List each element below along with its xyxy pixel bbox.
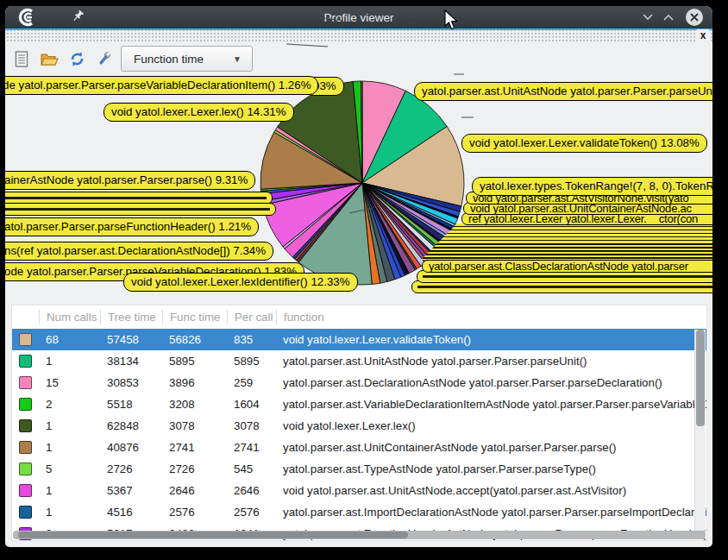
cell-num_calls: 1 [39, 354, 100, 368]
cell-function: yatol.parser.ast.VariableDeclarationItem… [276, 397, 706, 412]
pie-callout-label: yatol.lexer.types.TokenRange!(7, 8, 0).T… [472, 177, 712, 196]
horizontal-scrollbar[interactable] [13, 531, 706, 539]
results-table: Num callsTree timeFunc timePer callfunct… [11, 305, 707, 541]
cell-per_call: 2576 [227, 505, 276, 519]
pie-chart-area: 03%de yatol.parser.Parser.parseVariableD… [5, 75, 712, 305]
cell-per_call: 1604 [227, 397, 276, 412]
cell-function: yatol.parser.ast.DeclarationAstNode yato… [276, 375, 706, 390]
cell-per_call: 259 [227, 375, 276, 390]
cell-per_call: 3078 [227, 418, 276, 433]
cell-tree_time: 4516 [100, 505, 162, 519]
color-swatch [19, 506, 32, 519]
vertical-scrollbar[interactable] [694, 330, 706, 531]
cell-per_call: 2646 [227, 483, 276, 498]
table-header-row: Num callsTree timeFunc timePer callfunct… [12, 305, 706, 329]
pie-callout-label: de yatol.parser.Parser.parseVariableDecl… [5, 76, 318, 95]
cell-per_call: 2741 [227, 440, 276, 455]
color-swatch [19, 398, 32, 411]
cell-num_calls: 1 [39, 505, 100, 519]
table-row[interactable]: 16284830783078void yatol.lexer.Lexer.lex… [12, 415, 706, 437]
table-row[interactable]: 15308533896259yatol.parser.ast.Declarati… [12, 372, 706, 393]
color-swatch [19, 462, 32, 475]
table-row[interactable]: 527262726545yatol.parser.ast.TypeAstNode… [12, 458, 706, 480]
cell-func_time: 5895 [162, 354, 227, 368]
cell-function: void yatol.lexer.Lexer.validateToken() [276, 332, 706, 347]
cell-num_calls: 68 [39, 332, 100, 347]
pie-callout-label [421, 223, 712, 260]
cell-tree_time: 5518 [100, 397, 162, 412]
column-header-function[interactable]: function [276, 310, 706, 324]
table-row[interactable]: 685745856826835void yatol.lexer.Lexer.va… [12, 329, 706, 350]
cell-function: yatol.parser.ast.UnitContainerAstNode ya… [276, 440, 706, 455]
profile-viewer-window: Profile viewer x [5, 6, 712, 547]
cell-num_calls: 1 [39, 418, 100, 433]
cell-func_time: 2741 [162, 440, 227, 455]
cell-num_calls: 5 [39, 462, 100, 476]
cell-function: void yatol.parser.ast.UnitAstNode.accept… [276, 483, 706, 498]
table-body: 685745856826835void yatol.lexer.Lexer.va… [12, 329, 706, 541]
cell-func_time: 2646 [162, 483, 227, 498]
table-row[interactable]: 1536726462646void yatol.parser.ast.UnitA… [12, 480, 706, 501]
column-header-color[interactable] [12, 310, 39, 324]
screen: { "window": { "title": "Profile viewer" … [0, 0, 728, 560]
pie-callout-label: void yatol.lexer.Lexer.lexIdentifier() 1… [123, 273, 358, 292]
pie-callout-label: void yatol.lexer.Lexer.validateToken() 1… [461, 134, 707, 153]
pie-callout-label: ns(ref yatol.parser.ast.DeclarationAstNo… [5, 242, 273, 261]
cell-tree_time: 5367 [100, 483, 162, 498]
cell-tree_time: 38134 [100, 354, 162, 368]
color-swatch [19, 355, 32, 368]
cell-function: yatol.parser.ast.UnitAstNode yatol.parse… [276, 354, 706, 368]
cell-tree_time: 57458 [100, 332, 162, 347]
color-swatch [19, 441, 32, 454]
cell-func_time: 56826 [162, 332, 227, 347]
cell-function: yatol.parser.ast.TypeAstNode yatol.parse… [276, 462, 706, 476]
cell-tree_time: 62848 [100, 418, 162, 433]
cell-tree_time: 30853 [100, 375, 162, 390]
cell-num_calls: 1 [39, 483, 100, 498]
cell-func_time: 3078 [162, 418, 227, 433]
cell-num_calls: 15 [39, 375, 100, 390]
color-swatch [19, 484, 32, 497]
cell-func_time: 3208 [162, 397, 227, 412]
table-row[interactable]: 14087627412741yatol.parser.ast.UnitConta… [12, 437, 706, 458]
mouse-cursor [443, 9, 459, 32]
pie-callout-label: yatol.parser.ast.ClassDeclarationAstNode… [422, 260, 712, 273]
cell-func_time: 2726 [162, 462, 227, 476]
pie-callout-label: yatol.parser.ast.UnitAstNode yatol.parse… [414, 82, 712, 101]
cell-tree_time: 2726 [100, 462, 162, 476]
pie-callout-label: void yatol.lexer.Lexer.lex() 14.31% [104, 103, 294, 122]
cell-function: void yatol.lexer.Lexer.lex() [276, 418, 706, 433]
pie-callout-label: atol.parser.Parser.parseFunctionHeader()… [5, 217, 259, 236]
horizontal-scrollbar-thumb[interactable] [18, 532, 408, 538]
pie-callout-label: ainerAstNode yatol.parser.Parser.parse()… [5, 171, 255, 190]
cell-per_call: 545 [227, 462, 276, 476]
table-row[interactable]: 2551832081604yatol.parser.ast.VariableDe… [12, 393, 706, 415]
color-swatch [19, 419, 32, 432]
table-row[interactable]: 13813458955895yatol.parser.ast.UnitAstNo… [12, 350, 706, 372]
column-header-Func time[interactable]: Func time [162, 310, 227, 324]
cell-function: yatol.parser.ast.ImportDeclarationAstNod… [276, 505, 706, 519]
column-header-Tree time[interactable]: Tree time [100, 310, 162, 324]
color-swatch [19, 333, 32, 346]
table-row[interactable]: 1451625762576yatol.parser.ast.ImportDecl… [12, 501, 706, 523]
vertical-scrollbar-thumb[interactable] [696, 330, 705, 426]
column-header-Num calls[interactable]: Num calls [39, 310, 100, 324]
cell-func_time: 3896 [162, 375, 227, 390]
pie-callout-label [5, 203, 276, 216]
cell-tree_time: 40876 [100, 440, 162, 455]
cell-num_calls: 2 [39, 397, 100, 412]
cell-num_calls: 1 [39, 440, 100, 455]
cell-per_call: 835 [227, 332, 276, 347]
cell-func_time: 2576 [162, 505, 227, 519]
column-header-Per call[interactable]: Per call [227, 310, 276, 324]
color-swatch [19, 376, 32, 389]
cell-per_call: 5895 [227, 354, 276, 368]
